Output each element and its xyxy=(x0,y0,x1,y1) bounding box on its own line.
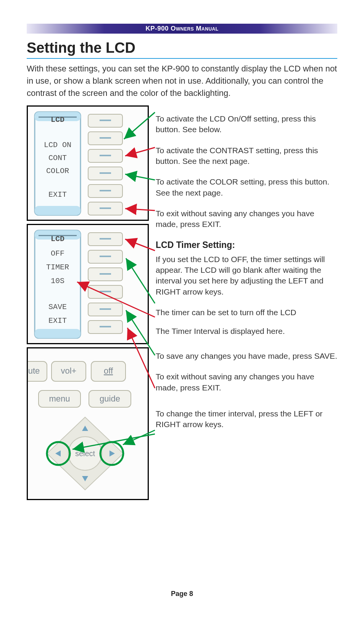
panel2-item-interval: 10S xyxy=(51,277,64,285)
remote-button-off: off xyxy=(91,361,126,381)
callout-timer-off: The timer can be set to turn off the LCD xyxy=(156,307,337,318)
svg-rect-29 xyxy=(100,308,111,310)
svg-rect-5 xyxy=(100,120,111,121)
title-rule xyxy=(27,58,337,59)
callout-contrast: To activate the CONTRAST setting, press … xyxy=(156,145,337,167)
callout-arrowkeys: To change the timer interval, press the … xyxy=(156,408,337,430)
remote-panel: ute vol+ off menu guide xyxy=(27,347,149,500)
remote-button-mute-frag: ute xyxy=(28,361,47,381)
svg-text:menu: menu xyxy=(49,394,70,403)
panel2-item-save: SAVE xyxy=(48,303,67,311)
panel2-title: LCD xyxy=(51,235,64,243)
svg-rect-21 xyxy=(100,238,111,240)
svg-text:vol+: vol+ xyxy=(61,366,77,376)
panel2-item-timer: TIMER xyxy=(46,263,69,272)
svg-rect-11 xyxy=(100,172,111,174)
callout-exit2: To exit without saving any changes you h… xyxy=(156,371,337,393)
callout-timer-interval: The Timer Interval is displayed here. xyxy=(156,326,337,337)
svg-rect-31 xyxy=(100,326,111,327)
intro-paragraph: With these settings, you can set the KP-… xyxy=(27,63,337,99)
page-number: Page 8 xyxy=(0,590,364,598)
manual-page: KP-900 Owners Manual Setting the LCD Wit… xyxy=(0,0,364,617)
svg-text:off: off xyxy=(104,366,113,376)
svg-rect-18 xyxy=(35,329,81,338)
panel2-item-off: OFF xyxy=(51,249,64,258)
panel1-title: LCD xyxy=(51,115,64,124)
callout-color: To activate the COLOR setting, press thi… xyxy=(156,177,337,198)
svg-rect-23 xyxy=(100,256,111,257)
remote-button-menu: menu xyxy=(39,390,81,407)
callout-lcd-onoff: To activate the LCD On/Off setting, pres… xyxy=(156,113,337,135)
lcd-menu-panel-1: LCD LCD ON CONT COLOR EXIT xyxy=(27,105,149,221)
panel1-item-exit: EXIT xyxy=(48,190,67,199)
svg-rect-2 xyxy=(35,206,81,215)
panel1-item-cont: CONT xyxy=(48,154,67,162)
header-title: KP-900 Owners Manual xyxy=(145,25,218,32)
svg-rect-0 xyxy=(35,112,81,215)
remote-button-select: select xyxy=(75,449,95,458)
remote-button-volup: vol+ xyxy=(52,361,86,381)
panel2-item-exit: EXIT xyxy=(48,316,67,325)
svg-rect-13 xyxy=(100,190,111,191)
header-bar: KP-900 Owners Manual xyxy=(27,24,337,34)
callout-save: To save any changes you have made, press… xyxy=(156,351,337,361)
subheading-timer: LCD Timer Setting: xyxy=(156,240,337,250)
svg-rect-7 xyxy=(100,137,111,139)
svg-rect-15 xyxy=(100,207,111,209)
panel2-side-buttons xyxy=(88,233,122,334)
svg-rect-9 xyxy=(100,155,111,156)
lcd-menu-panel-2: LCD OFF TIMER 10S SAVE EXIT xyxy=(27,224,149,344)
figure-column: LCD LCD ON CONT COLOR EXIT xyxy=(27,105,149,503)
callout-timer-intro: If you set the LCD to OFF, the timer set… xyxy=(156,254,337,297)
panel1-item-color: COLOR xyxy=(46,167,69,175)
svg-rect-25 xyxy=(100,273,111,275)
svg-text:ute: ute xyxy=(28,366,40,376)
callout-column: To activate the LCD On/Off setting, pres… xyxy=(156,105,337,440)
svg-rect-27 xyxy=(100,291,111,292)
svg-text:guide: guide xyxy=(100,394,120,403)
remote-button-guide: guide xyxy=(89,390,131,407)
callout-exit1: To exit without saving any changes you h… xyxy=(156,208,337,230)
remote-dpad: select xyxy=(47,417,123,490)
panel1-side-buttons xyxy=(88,114,122,215)
panel1-item-lcdon: LCD ON xyxy=(44,141,71,149)
page-title: Setting the LCD xyxy=(27,40,135,56)
